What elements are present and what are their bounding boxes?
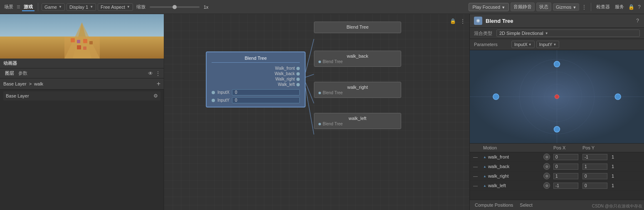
svg-rect-10	[83, 46, 86, 50]
play-controls: Play Focused ▼ 音频静音 状态 Gizmos ▼ ⋮	[469, 2, 587, 11]
svg-point-25	[554, 126, 560, 132]
walk-front-posy[interactable]	[582, 154, 607, 160]
game-dropdown[interactable]: Game ▼	[42, 3, 65, 11]
zoom-label: 缩放	[135, 3, 147, 11]
posy-col-header: Pos Y	[582, 145, 612, 150]
walk-left-icon: ▲	[483, 184, 486, 188]
info-icon[interactable]: ?	[637, 3, 642, 11]
walk-left-posy[interactable]	[582, 183, 607, 189]
top-toolbar: 场景 ☰ 游戏 Game ▼ Display 1 ▼ Free Aspect ▼…	[0, 0, 644, 14]
walk-left-posx[interactable]	[553, 183, 578, 189]
svg-line-14	[306, 88, 314, 134]
remove-walk-right[interactable]: —	[473, 173, 483, 178]
walk-right-last: 1	[612, 173, 632, 178]
csdn-watermark: CSDN @你只在游戏中存在	[592, 203, 642, 209]
walk-back-select[interactable]: ⊙	[543, 163, 550, 170]
lock-icon[interactable]: 🔒	[627, 3, 635, 11]
layer-settings-icon[interactable]: ⚙	[153, 93, 158, 99]
panel-more-icon[interactable]: ⋮	[459, 17, 466, 25]
remove-walk-front[interactable]: —	[473, 154, 483, 159]
param2-dropdown[interactable]: InputY ▼	[536, 41, 560, 48]
game-scene-svg	[0, 14, 164, 59]
play-focused-button[interactable]: Play Focused ▼	[469, 3, 509, 11]
main-area: 动画器 图层 参数 👁 ⋮ Base Layer > walk +	[0, 14, 644, 210]
tab-params[interactable]: 参数	[17, 70, 29, 77]
walk-back-last: 1	[612, 164, 632, 169]
walk-left-select[interactable]: ⊙	[543, 182, 550, 189]
blend-tree-main-node[interactable]: Blend Tree Walk_front Walk_back Walk_rig…	[206, 51, 306, 107]
blend-tree-node-title: Blend Tree	[212, 56, 300, 63]
blend-tree-header-icon	[474, 17, 482, 25]
svg-rect-6	[77, 40, 80, 43]
walk-back-posx[interactable]	[553, 164, 578, 170]
breadcrumb-row: Base Layer > walk +	[0, 78, 164, 90]
walk-back-icon: ▲	[483, 165, 486, 168]
game-tab-label[interactable]: 游戏	[22, 3, 35, 11]
blend-visualizer[interactable]	[470, 50, 644, 144]
scene-tab-label[interactable]: 场景	[2, 3, 15, 11]
walk-front-label: walk_front	[488, 154, 509, 159]
zoom-value: 1x	[202, 4, 210, 10]
left-panel: 动画器 图层 参数 👁 ⋮ Base Layer > walk +	[0, 14, 164, 210]
walk-left-node[interactable]: walk_left Blend Tree	[314, 113, 401, 129]
output-walk-back: Walk_back	[274, 71, 300, 76]
blend-type-dropdown[interactable]: 2D Simple Directional ▼	[496, 29, 640, 37]
walk-right-node[interactable]: walk_right Blend Tree	[314, 82, 401, 98]
blend-tree-header-node[interactable]: Blend Tree	[314, 22, 401, 33]
breadcrumb-walk[interactable]: walk	[34, 81, 43, 86]
motion-col-header: Motion	[483, 145, 543, 150]
inspector-label[interactable]: 检查器	[595, 3, 612, 11]
remove-walk-back[interactable]: —	[473, 164, 483, 169]
scene-game-tabs: 场景 ☰ 游戏	[2, 3, 35, 11]
svg-line-12	[306, 74, 314, 77]
right-panel-title: Blend Tree	[486, 18, 513, 24]
center-graph-panel[interactable]: Blend Tree Walk_front Walk_back Walk_rig…	[164, 14, 469, 210]
walk-front-select[interactable]: ⊙	[543, 154, 550, 160]
base-layer-item[interactable]: Base Layer ⚙	[3, 91, 160, 100]
right-panel: Blend Tree ? 混合类型 2D Simple Directional …	[469, 14, 644, 210]
audio-mute-button[interactable]: 音频静音	[511, 2, 535, 11]
service-label[interactable]: 服务	[613, 3, 626, 11]
zoom-slider-container: 缩放 1x	[135, 3, 210, 11]
walk-right-posy[interactable]	[582, 173, 607, 179]
remove-walk-left[interactable]: —	[473, 183, 483, 188]
input-y-field[interactable]	[232, 97, 300, 103]
params-label: Parameters	[474, 42, 507, 47]
base-layer-name: Base Layer	[6, 93, 29, 98]
dot-input-x	[212, 91, 215, 94]
motion-table-header: Motion Pos X Pos Y	[470, 144, 644, 152]
param1-dropdown[interactable]: InputX ▼	[511, 41, 535, 48]
motion-row-walk-front: — ▲ walk_front ⊙ 1	[470, 152, 644, 162]
display-dropdown[interactable]: Display 1 ▼	[67, 3, 96, 11]
toolbar-more-button[interactable]: ⋮	[581, 3, 587, 11]
help-icon[interactable]: ?	[635, 17, 640, 24]
tab-layers[interactable]: 图层	[3, 70, 16, 77]
walk-left-last: 1	[612, 183, 632, 188]
svg-line-11	[306, 39, 314, 72]
panel-controls: 🔒 ⋮	[449, 17, 466, 25]
param2-value: InputY	[539, 42, 553, 47]
add-layer-icon[interactable]: +	[157, 80, 160, 88]
motion-row-walk-right: — ▲ walk_right ⊙ 1	[470, 171, 644, 181]
gizmos-button[interactable]: Gizmos ▼	[553, 3, 579, 11]
walk-right-dot	[318, 92, 321, 94]
more-options-icon[interactable]: ⋮	[155, 71, 160, 76]
walk-right-select[interactable]: ⊙	[543, 173, 550, 179]
breadcrumb-base[interactable]: Base Layer	[3, 81, 27, 86]
walk-front-posx[interactable]	[553, 154, 578, 160]
select-btn[interactable]: Select	[518, 202, 534, 208]
walk-right-posx[interactable]	[553, 173, 578, 179]
svg-point-26	[493, 94, 499, 100]
walk-left-label: walk_left	[488, 183, 506, 188]
status-button[interactable]: 状态	[536, 2, 551, 11]
walk-back-node[interactable]: walk_back Blend Tree	[314, 51, 401, 67]
walk-front-last: 1	[612, 154, 632, 159]
walk-back-posy[interactable]	[582, 164, 607, 170]
zoom-slider[interactable]	[150, 6, 200, 8]
eye-icon[interactable]: 👁	[148, 71, 153, 76]
panel-lock-icon[interactable]: 🔒	[449, 17, 457, 25]
svg-point-27	[615, 94, 621, 100]
compute-positions-btn[interactable]: Compute Positions	[473, 202, 515, 208]
input-x-field[interactable]	[232, 89, 300, 95]
aspect-dropdown[interactable]: Free Aspect ▼	[98, 3, 133, 11]
